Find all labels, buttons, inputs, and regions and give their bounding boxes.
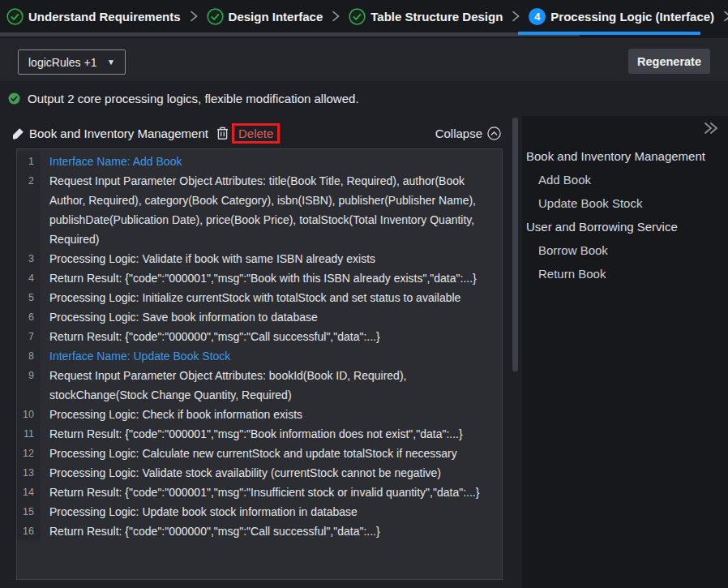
code-text: Interface Name: Update Book Stock (40, 346, 502, 366)
step-processing-logic-interface[interactable]: 4 Processing Logic (Interface) (529, 8, 714, 25)
sidebar-item-book-and-inventory-management[interactable]: Book and Inventory Management (522, 144, 728, 168)
step-label: Design Interface (229, 10, 323, 24)
line-number: 13 (17, 463, 40, 483)
code-text: Return Result: {"code":"000001","msg":"B… (40, 268, 502, 288)
code-line: 14Return Result: {"code":"000001","msg":… (17, 483, 502, 502)
code-text: Processing Logic: Save book information … (40, 307, 502, 327)
code-text: Request Input Parameter Object Attribute… (40, 366, 502, 405)
toolbar: logicRules +1 ▼ Regenerate (0, 38, 728, 81)
sidebar-item-borrow-book[interactable]: Borrow Book (522, 238, 728, 262)
step-understand-requirements[interactable]: Understand Requirements (6, 8, 181, 25)
dropdown-label: logicRules +1 (28, 56, 96, 69)
code-line: 7Return Result: {"code":"000000","msg":"… (17, 327, 502, 346)
caret-down-icon: ▼ (107, 58, 115, 67)
sidebar-item-update-book-stock[interactable]: Update Book Stock (522, 191, 728, 215)
line-number: 8 (17, 346, 40, 366)
step-label: Understand Requirements (28, 10, 181, 24)
code-line: 6Processing Logic: Save book information… (17, 307, 502, 327)
section-header: Book and Inventory Management Delete Col… (11, 120, 501, 146)
code-line: 3Processing Logic: Validate if book with… (17, 249, 502, 268)
logic-editor[interactable]: 1Interface Name: Add Book 2Request Input… (16, 148, 503, 580)
line-number: 7 (17, 327, 40, 346)
collapse-label: Collapse (435, 127, 482, 140)
step-label: Processing Logic (Interface) (550, 10, 714, 24)
sidebar-item-user-and-borrowing-service[interactable]: User and Borrowing Service (522, 215, 728, 238)
success-check-icon (8, 92, 20, 105)
code-text: Processing Logic: Check if book informat… (40, 405, 502, 424)
code-line: 4Return Result: {"code":"000001","msg":"… (17, 268, 502, 288)
code-text: Return Result: {"code":"000000","msg":"C… (40, 521, 502, 541)
code-line: 1Interface Name: Add Book (17, 152, 502, 171)
check-circle-icon (349, 8, 366, 25)
code-line: 9Request Input Parameter Object Attribut… (17, 366, 502, 405)
line-number: 14 (17, 483, 40, 502)
trash-icon[interactable] (216, 126, 229, 140)
code-text: Processing Logic: Update book stock info… (40, 502, 502, 521)
chevron-right-icon (189, 10, 199, 23)
code-text: Interface Name: Add Book (40, 152, 502, 171)
edit-pen-icon (11, 127, 25, 140)
step-label: Table Structure Design (370, 10, 503, 24)
double-chevron-right-icon[interactable] (702, 120, 720, 136)
chevron-right-icon (331, 10, 340, 23)
step-progress-bar: Understand Requirements Design Interface… (0, 0, 728, 38)
sidebar-item-return-book[interactable]: Return Book (522, 262, 728, 285)
outline-sidebar: Book and Inventory Management Add Book U… (522, 116, 728, 588)
code-line: 2Request Input Parameter Object Attribut… (17, 171, 502, 249)
stepper-scroll-track[interactable] (0, 32, 580, 36)
code-text: Processing Logic: Validate stock availab… (40, 463, 502, 483)
code-text: Return Result: {"code":"000000","msg":"C… (40, 327, 502, 346)
logic-rules-dropdown[interactable]: logicRules +1 ▼ (18, 49, 126, 75)
chevron-right-icon (511, 10, 520, 23)
code-line: 10Processing Logic: Check if book inform… (17, 405, 502, 424)
line-number: 10 (17, 405, 40, 424)
line-number: 12 (17, 444, 40, 463)
status-message: Output 2 core processing logics, flexibl… (28, 92, 359, 105)
code-line: 16Return Result: {"code":"000000","msg":… (17, 521, 502, 541)
code-line: 5Processing Logic: Initialize currentSto… (17, 288, 502, 307)
code-line: 13Processing Logic: Validate stock avail… (17, 463, 502, 483)
collapse-button[interactable]: Collapse (435, 127, 501, 140)
line-number: 1 (17, 152, 40, 171)
code-text: Processing Logic: Calculate new currentS… (40, 444, 502, 463)
regenerate-button[interactable]: Regenerate (628, 49, 710, 74)
code-line: 8Interface Name: Update Book Stock (17, 346, 502, 366)
line-number: 2 (17, 171, 40, 249)
line-number: 16 (17, 521, 40, 541)
line-number: 6 (17, 307, 40, 327)
collapse-circle-icon (487, 127, 501, 140)
line-number: 15 (17, 502, 40, 521)
section-title: Book and Inventory Management (29, 127, 208, 140)
line-number: 9 (17, 366, 40, 405)
delete-button[interactable]: Delete (232, 123, 280, 144)
sidebar-item-add-book[interactable]: Add Book (522, 168, 728, 191)
check-circle-icon (207, 8, 224, 25)
line-number: 4 (17, 268, 40, 288)
code-text: Request Input Parameter Object Attribute… (40, 171, 502, 249)
status-row: Output 2 core processing logics, flexibl… (0, 81, 728, 116)
vertical-scrollbar[interactable] (512, 118, 518, 371)
code-line: 11Return Result: {"code":"000001","msg":… (17, 424, 502, 444)
chevron-right-icon (722, 10, 728, 23)
step-design-interface[interactable]: Design Interface (207, 8, 323, 25)
code-line: 12Processing Logic: Calculate new curren… (17, 444, 502, 463)
line-number: 5 (17, 288, 40, 307)
line-number: 3 (17, 249, 40, 268)
active-step-underline (518, 32, 700, 35)
code-text: Return Result: {"code":"000001","msg":"I… (40, 483, 502, 502)
step-number-badge: 4 (529, 8, 546, 25)
line-number: 11 (17, 424, 40, 444)
outline-nav: Book and Inventory Management Add Book U… (522, 144, 728, 285)
code-text: Return Result: {"code":"000001","msg":"B… (40, 424, 502, 444)
code-text: Processing Logic: Initialize currentStoc… (40, 288, 502, 307)
code-line: 15Processing Logic: Update book stock in… (17, 502, 502, 521)
step-table-structure-design[interactable]: Table Structure Design (349, 8, 503, 25)
code-text: Processing Logic: Validate if book with … (40, 249, 502, 268)
check-circle-icon (6, 8, 24, 25)
